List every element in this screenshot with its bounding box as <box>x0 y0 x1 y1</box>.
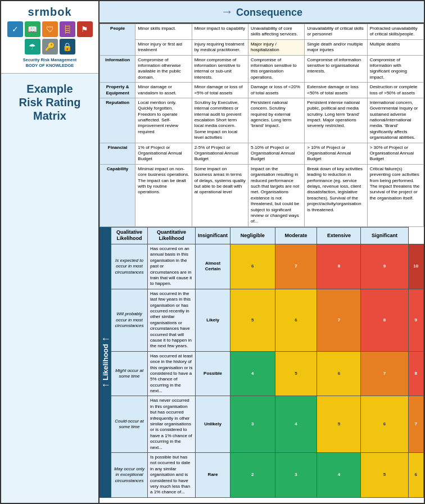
cell-people-2-1: Minor injury or first aid treatment <box>135 39 192 55</box>
score-cell: 8 <box>408 351 423 396</box>
bottom-section: ↑ Likelihood ↑ Qualitative Likelihood Qu… <box>100 227 424 498</box>
cell-info-5: Compromise of information with significa… <box>367 55 423 83</box>
score-cell: 9 <box>361 244 408 289</box>
checkmark-icon: ✓ <box>7 21 23 37</box>
cell-fin-5: > 30% of Project or Organisational Annua… <box>367 143 423 164</box>
logo-area: srmbok ✓ 📖 🛡 🪜 ⚑ ☂ 🔑 🔒 Security Risk Man… <box>1 1 98 74</box>
book-icon: 📖 <box>25 21 40 37</box>
fire-icon: ⚑ <box>77 21 93 37</box>
score-cell: 3 <box>230 396 275 453</box>
consequence-table: People Minor skills impact. Minor impact… <box>100 24 424 227</box>
category-property: Property & Equipment <box>100 83 135 98</box>
cell-people-1-2: Minor impact to capability <box>192 24 248 40</box>
score-cell: 7 <box>361 351 408 396</box>
cell-people-2-2: Injury requiring treatment by medical pr… <box>192 39 248 55</box>
qualitative-header: Qualitative Likelihood <box>111 227 148 244</box>
col-header-moderate: Moderate <box>275 227 317 244</box>
cell-cap-1: Minimal impact on non-core business oper… <box>135 164 192 226</box>
logo-subtitle: Security Risk Management BODY OF KNOWLED… <box>6 57 94 69</box>
cell-people-2-5: Multiple deaths <box>367 39 423 55</box>
cell-prop-3: Damage or loss of <20% of total assets <box>248 83 304 98</box>
cell-people-2-3: Major injury / hospitalization <box>248 39 304 55</box>
score-cell: 4 <box>230 351 275 396</box>
quantitative-cell: Has occurred at least once in the histor… <box>148 351 196 396</box>
table-row: May occur only in exceptional circumstan… <box>111 452 424 497</box>
cell-rep-2: Scrutiny by Executive, internal committe… <box>192 98 248 143</box>
table-row: Financial 1% of Project or Organisationa… <box>100 143 424 164</box>
likelihood-panel: ↑ Likelihood ↑ <box>100 227 111 498</box>
title-area: Example Risk Rating Matrix <box>13 74 86 131</box>
table-row: Will probably occur in most circumstance… <box>111 289 424 351</box>
category-people: People <box>100 24 135 56</box>
matrix-title: Example Risk Rating Matrix <box>19 82 80 122</box>
quantitative-cell: Has never occurred in this organisation … <box>148 396 196 453</box>
lock-icon: 🔒 <box>60 39 75 55</box>
table-row: Capability Minimal impact on non-core bu… <box>100 164 424 226</box>
score-cell: 10 <box>408 244 423 289</box>
cell-people-1-3: Unavailability of core skills affecting … <box>248 24 304 40</box>
qualitative-cell: Is expected to occur in most circumstanc… <box>111 244 148 289</box>
cell-rep-3: Persistent national concern. Scrutiny re… <box>248 98 304 143</box>
cell-cap-4: Break down of key activities leading to … <box>305 164 367 226</box>
quantitative-cell: Is possible but has not occurred to date… <box>148 452 196 497</box>
score-cell: 9 <box>408 289 423 351</box>
cell-rep-1: Local mention only. Quickly forgotten. F… <box>135 98 192 143</box>
col-header-negligible: Negligible <box>230 227 275 244</box>
likelihood-table: Qualitative Likelihood Quantitative Like… <box>111 227 424 498</box>
table-row: People Minor skills impact. Minor impact… <box>100 24 424 40</box>
cell-fin-3: 5-10% of Project or Organisational Annua… <box>248 143 304 164</box>
cell-info-3: Compromise of information sensitive to t… <box>248 55 304 83</box>
quantitative-cell: Has occurred on an annual basis in this … <box>148 244 196 289</box>
score-cell: 5 <box>230 289 275 351</box>
score-cell: 6 <box>408 452 423 497</box>
likelihood-label: Likelihood <box>101 344 110 380</box>
cell-info-1: Compromise of information otherwise avai… <box>135 55 192 83</box>
cell-fin-1: 1% of Project or Organisational Annual B… <box>135 143 192 164</box>
table-row: Information Compromise of information ot… <box>100 55 424 83</box>
score-cell: 6 <box>361 396 408 453</box>
cell-info-2: Minor compromise of information sensitiv… <box>192 55 248 83</box>
bottom-table-container: Qualitative Likelihood Quantitative Like… <box>111 227 424 498</box>
cell-prop-1: Minor damage or vandalism to asset. <box>135 83 192 98</box>
shield-icon: 🛡 <box>42 21 58 37</box>
cell-cap-3: Impact on the organisation resulting in … <box>248 164 304 226</box>
quantitative-header: Quantitative Likelihood <box>148 227 196 244</box>
ladder-icon: 🪜 <box>60 21 75 37</box>
score-cell: 5 <box>317 396 361 453</box>
table-row: Is expected to occur in most circumstanc… <box>111 244 424 289</box>
score-cell: 8 <box>361 289 408 351</box>
cell-people-1-1: Minor skills impact. <box>135 24 192 40</box>
consequence-header: → Consequence <box>100 1 424 24</box>
score-cell: 7 <box>317 289 361 351</box>
score-cell: 6 <box>230 244 275 289</box>
consequence-label: Consequence <box>236 7 302 18</box>
qualitative-cell: May occur only in exceptional circumstan… <box>111 452 148 497</box>
score-cell: 6 <box>317 351 361 396</box>
cell-prop-4: Extensive damage or loss <50% of total a… <box>305 83 367 98</box>
key-icon: 🔑 <box>42 39 58 55</box>
likelihood-category-label: Possible <box>196 351 230 396</box>
score-cell: 7 <box>275 244 317 289</box>
score-cell: 7 <box>408 396 423 453</box>
col-header-insignificant: Insignificant <box>196 227 230 244</box>
cell-fin-2: 2-5% of Project or Organisational Annual… <box>192 143 248 164</box>
col-header-extensive: Extensive <box>317 227 361 244</box>
cell-cap-2: Some impact on business areas in terms o… <box>192 164 248 226</box>
cell-prop-2: Minor damage or loss of <5% of total ass… <box>192 83 248 98</box>
category-reputation: Reputation <box>100 98 135 143</box>
qualitative-cell: Will probably occur in most circumstance… <box>111 289 148 351</box>
table-header-row: Qualitative Likelihood Quantitative Like… <box>111 227 424 244</box>
cell-info-4: Compromise of information sensitive to o… <box>305 55 367 83</box>
table-row: Might occur at some timeHas occurred at … <box>111 351 424 396</box>
consequence-arrow: → <box>221 4 233 19</box>
cell-people-1-5: Protracted unavailability of critical sk… <box>367 24 423 40</box>
cell-fin-4: > 10% of Project or Organisational Annua… <box>305 143 367 164</box>
score-cell: 3 <box>275 452 317 497</box>
score-cell: 5 <box>275 351 317 396</box>
cell-people-1-4: Unavailability of critical skills or per… <box>305 24 367 40</box>
qualitative-cell: Could occur at some time <box>111 396 148 453</box>
score-cell: 8 <box>317 244 361 289</box>
cell-rep-4: Persistent intense national public, poli… <box>305 98 367 143</box>
left-panel: srmbok ✓ 📖 🛡 🪜 ⚑ ☂ 🔑 🔒 Security Risk Man… <box>1 1 100 503</box>
cell-rep-5: International concern, Governmental Inqu… <box>367 98 423 143</box>
